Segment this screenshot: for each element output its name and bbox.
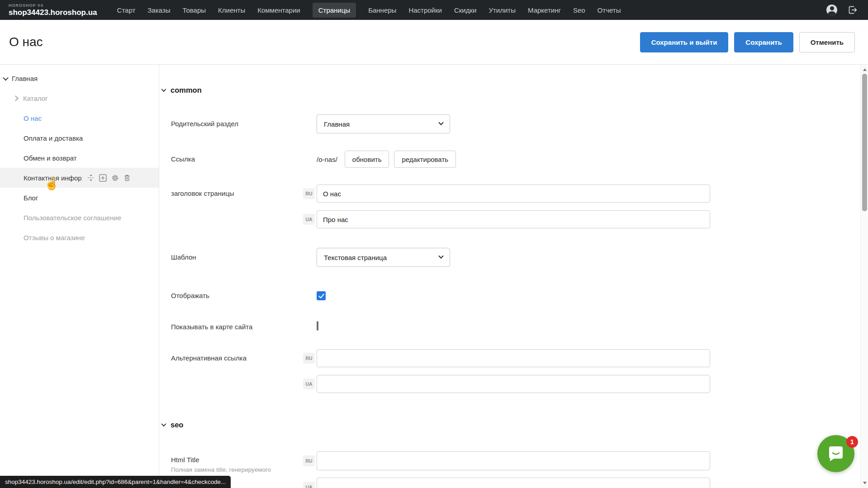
menu-item-clients[interactable]: Клиенты	[218, 6, 245, 14]
account-icon[interactable]	[826, 5, 837, 15]
vertical-scrollbar[interactable]	[860, 65, 868, 488]
sitemap-checkbox[interactable]	[317, 321, 318, 331]
chat-unread-badge: 1	[846, 436, 858, 448]
page-url-value: /o-nas/	[317, 156, 337, 163]
edit-link-button[interactable]: редактировать	[394, 151, 456, 168]
parent-section-select[interactable]: Главная	[317, 114, 450, 133]
move-icon[interactable]	[87, 174, 95, 181]
field-label: Отображать	[159, 291, 317, 301]
field-label: Ссылка	[159, 150, 317, 168]
lang-tag-ru: RU	[303, 188, 315, 199]
chat-launcher-button[interactable]: 1	[817, 435, 854, 472]
select-value: Текстовая страница	[324, 254, 387, 261]
menu-item-start[interactable]: Старт	[117, 6, 136, 14]
tree-item-payment-delivery[interactable]: Оплата и доставка	[0, 128, 159, 148]
cancel-button[interactable]: Отменить	[799, 32, 855, 52]
brand-logo[interactable]: HOROSHOP V4 shop34423.horoshop.ua	[9, 4, 97, 16]
field-label: заголовок страницы	[159, 185, 317, 203]
field-label: Показывать в карте сайта	[159, 322, 317, 332]
tree-item-label: Главная	[12, 75, 38, 82]
tree-item-label: Контактная инфор	[24, 174, 82, 182]
page-form: common Родительский раздел Главная Ссылк…	[159, 65, 860, 488]
scroll-down-arrow-icon[interactable]	[863, 482, 867, 484]
tree-item-contact-info[interactable]: Контактная инфор	[0, 168, 159, 188]
alt-link-ru-input[interactable]	[317, 349, 710, 367]
header-buttons: Сохранить и выйти Сохранить Отменить	[640, 32, 855, 52]
chevron-down-icon[interactable]	[3, 75, 9, 81]
tree-item-label: Блог	[24, 194, 38, 202]
chevron-down-icon	[438, 120, 443, 125]
menu-item-settings[interactable]: Настройки	[408, 6, 442, 14]
lang-tag-ru: RU	[303, 353, 315, 364]
topbar: HOROSHOP V4 shop34423.horoshop.ua Старт …	[0, 0, 868, 20]
add-icon[interactable]	[99, 174, 107, 182]
lang-tag-ua: UA	[303, 379, 315, 389]
field-label: Родительский раздел	[159, 114, 317, 133]
save-button[interactable]: Сохранить	[734, 32, 793, 52]
chat-bubble-icon	[825, 443, 846, 464]
tree-item-home[interactable]: Главная	[0, 68, 159, 88]
tree-item-store-reviews[interactable]: Отзывы о магазине	[0, 227, 159, 247]
tree-item-user-agreement[interactable]: Пользовательское соглашение	[0, 208, 159, 227]
pages-tree: Главная Каталог О нас Оплата и доставка …	[0, 65, 159, 488]
page-title-ua-input[interactable]	[317, 210, 710, 228]
menu-item-seo[interactable]: Seo	[573, 6, 585, 14]
chevron-down-icon	[438, 254, 443, 259]
menu-item-marketing[interactable]: Маркетинг	[528, 6, 561, 14]
tree-item-actions	[87, 174, 131, 182]
alt-link-ua-input[interactable]	[317, 375, 710, 393]
tree-item-label: Оплата и доставка	[24, 134, 83, 142]
section-common[interactable]: common	[162, 85, 860, 95]
lang-tag-ru: RU	[303, 455, 315, 466]
tree-item-exchange-return[interactable]: Обмен и возврат	[0, 148, 159, 168]
field-label: Html Title	[171, 456, 317, 464]
select-value: Главная	[324, 120, 350, 128]
refresh-link-button[interactable]: обновить	[345, 151, 389, 168]
field-hint: Полная замена title, генерируемого	[171, 466, 317, 473]
alt-link-row: Альтернативная ссылка RU UA	[159, 349, 860, 393]
menu-item-products[interactable]: Товары	[182, 6, 206, 14]
settings-icon[interactable]	[111, 174, 119, 182]
save-and-exit-button[interactable]: Сохранить и выйти	[640, 32, 729, 52]
display-row: Отображать	[159, 291, 860, 301]
section-title: seo	[171, 421, 183, 429]
brand-version: HOROSHOP V4	[9, 4, 97, 8]
main-menu: Старт Заказы Товары Клиенты Комментарии …	[117, 3, 621, 18]
section-title: common	[171, 86, 202, 95]
menu-item-pages[interactable]: Страницы	[313, 3, 356, 18]
tree-item-about[interactable]: О нас	[0, 108, 159, 128]
page-header: О нас Сохранить и выйти Сохранить Отмени…	[0, 20, 868, 65]
page-title-ru-input[interactable]	[317, 185, 710, 203]
topbar-icons	[826, 5, 858, 15]
html-title-ru-input[interactable]	[317, 451, 710, 470]
page-title: О нас	[9, 35, 43, 49]
scroll-up-arrow-icon[interactable]	[863, 68, 867, 71]
section-seo[interactable]: seo	[162, 420, 860, 430]
field-label-block: Html Title Полная замена title, генериру…	[159, 451, 317, 473]
html-title-row: Html Title Полная замена title, генериру…	[159, 451, 860, 488]
field-label: Шаблон	[159, 248, 317, 267]
display-checkbox[interactable]	[317, 291, 326, 300]
tree-item-label: Отзывы о магазине	[24, 234, 85, 242]
html-title-ua-input[interactable]	[317, 478, 710, 488]
menu-item-discounts[interactable]: Скидки	[454, 6, 476, 14]
menu-item-comments[interactable]: Комментарии	[257, 6, 300, 14]
parent-section-row: Родительский раздел Главная	[159, 114, 860, 133]
template-select[interactable]: Текстовая страница	[317, 248, 450, 267]
chevron-down-icon	[161, 87, 166, 92]
tree-item-catalog[interactable]: Каталог	[0, 88, 159, 108]
chevron-right-icon[interactable]	[13, 95, 19, 101]
lang-tag-ua: UA	[303, 214, 315, 225]
menu-item-utilities[interactable]: Утилиты	[489, 6, 516, 14]
tree-item-blog[interactable]: Блог	[0, 188, 159, 208]
delete-icon[interactable]	[123, 174, 131, 181]
template-row: Шаблон Текстовая страница	[159, 248, 860, 267]
field-label: Альтернативная ссылка	[159, 349, 317, 367]
menu-item-banners[interactable]: Баннеры	[368, 6, 396, 14]
chevron-down-icon	[161, 422, 166, 426]
logout-icon[interactable]	[847, 5, 858, 15]
menu-item-orders[interactable]: Заказы	[147, 6, 170, 14]
tree-item-label: Обмен и возврат	[24, 154, 77, 162]
menu-item-reports[interactable]: Отчеты	[598, 6, 621, 14]
scrollbar-thumb[interactable]	[862, 74, 867, 211]
